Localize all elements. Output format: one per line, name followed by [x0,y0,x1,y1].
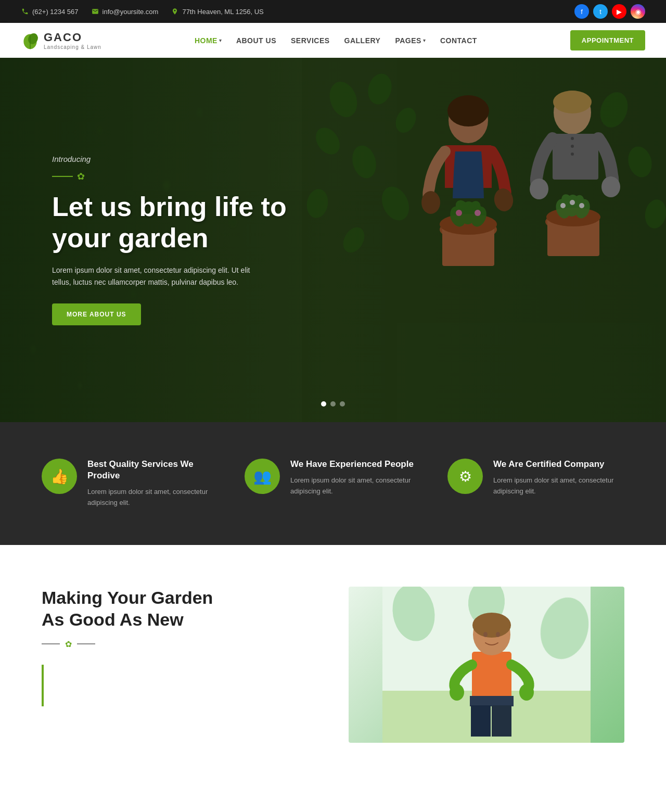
about-accent-bar [42,665,44,706]
feature-icon-wrap-1: 👥 [245,459,280,494]
feature-title-2: We Are Certified Company [493,459,624,470]
nav-item-pages[interactable]: PAGES ▾ [395,36,425,45]
email-icon [91,7,99,16]
logo[interactable]: GACO Landscaping & Lawn [21,31,101,50]
hero-description: Lorem ipsum dolor sit amet, consectetur … [52,264,271,289]
about-grid: Making Your Garden As Good As New ✿ [42,587,624,743]
svg-rect-55 [470,696,514,706]
nav-contact-link[interactable]: CONTACT [440,36,477,45]
hero-dot-2[interactable] [330,401,336,407]
nav-pages-link[interactable]: PAGES [395,36,421,45]
email-address: info@yoursite.com [103,8,159,16]
hero-title-line1: Let us bring life to [52,192,287,222]
about-divider: ✿ [42,639,317,649]
navbar: GACO Landscaping & Lawn HOME ▾ ABOUT US … [0,23,666,58]
svg-rect-54 [472,652,511,699]
about-leaf-icon: ✿ [65,639,72,649]
nav-links: HOME ▾ ABOUT US SERVICES GALLERY PAGES ▾… [195,36,477,45]
nav-home-link[interactable]: HOME [195,36,217,45]
feature-item-1: 👥 We Have Experienced People Lorem ipsum… [245,459,421,509]
nav-item-home[interactable]: HOME ▾ [195,36,222,45]
nav-gallery-link[interactable]: GALLERY [344,36,381,45]
logo-name: GACO [44,31,101,44]
hero-leaf-icon: ✿ [77,171,85,182]
nav-pages-label[interactable]: PAGES ▾ [395,36,425,45]
logo-leaf-icon [21,31,40,50]
nav-services-link[interactable]: SERVICES [291,36,330,45]
nav-about-link[interactable]: ABOUT US [236,36,276,45]
svg-rect-56 [471,705,491,737]
feature-title-0: Best Quality Services We Prodive [87,459,219,481]
feature-icon-wrap-0: 👍 [42,459,77,494]
features-grid: 👍 Best Quality Services We Prodive Lorem… [42,459,624,509]
hero-dot-3[interactable] [340,401,345,407]
hero-dot-1[interactable] [321,401,326,407]
svg-point-58 [450,684,464,701]
address-info: 77th Heaven, ML 1256, US [171,7,263,16]
feature-icon-wrap-2: ⚙ [447,459,483,494]
feature-item-2: ⚙ We Are Certified Company Lorem ipsum d… [447,459,624,509]
svg-point-59 [519,684,534,701]
hero-divider: ✿ [52,171,287,182]
youtube-icon[interactable]: ▶ [612,4,626,19]
feature-desc-2: Lorem ipsum dolor sit amet, consectetur … [493,475,624,497]
top-bar-contact-info: (62+) 1234 567 info@yoursite.com 77th He… [21,7,264,16]
feature-desc-1: Lorem ipsum dolor sit amet, consectetur … [290,475,421,497]
feature-content-2: We Are Certified Company Lorem ipsum dol… [493,459,624,497]
features-section: 👍 Best Quality Services We Prodive Lorem… [0,422,666,545]
feature-content-1: We Have Experienced People Lorem ipsum d… [290,459,421,497]
hero-divider-line-left [52,176,73,177]
logo-text: GACO Landscaping & Lawn [44,31,101,50]
about-divider-line-left [42,643,60,644]
location-icon [171,7,179,16]
physical-address: 77th Heaven, ML 1256, US [182,8,263,16]
phone-number: (62+) 1234 567 [32,8,79,16]
team-icon: 👥 [253,468,272,485]
svg-point-61 [472,613,511,638]
svg-point-62 [483,632,488,637]
nav-home-dropdown-icon: ▾ [219,37,222,43]
about-divider-line-right [77,643,95,644]
certified-icon: ⚙ [459,468,472,485]
about-left-col: Making Your Garden As Good As New ✿ [42,587,317,706]
about-image [349,587,624,743]
svg-point-63 [496,632,500,637]
more-about-us-button[interactable]: MORE ABOUT US [52,303,141,325]
social-links: f t ▶ ◉ [574,4,645,19]
about-right-col [349,587,624,743]
about-section: Making Your Garden As Good As New ✿ [0,545,666,774]
nav-pages-dropdown-icon: ▾ [423,37,426,43]
twitter-icon[interactable]: t [593,4,608,19]
feature-content-0: Best Quality Services We Prodive Lorem i… [87,459,219,509]
about-title: Making Your Garden As Good As New [42,587,317,631]
thumbsup-icon: 👍 [50,468,69,485]
feature-desc-0: Lorem ipsum dolor sit amet, consectetur … [87,487,219,509]
nav-item-gallery[interactable]: GALLERY [344,36,381,45]
nav-item-services[interactable]: SERVICES [291,36,330,45]
logo-tagline: Landscaping & Lawn [44,44,101,50]
hero-intro-text: Introducing [52,155,287,163]
hero-title-line2: your garden [52,223,209,253]
about-title-line1: Making Your Garden [42,588,213,607]
nav-home-label[interactable]: HOME ▾ [195,36,222,45]
gardener-image-svg [349,587,624,743]
nav-item-about[interactable]: ABOUT US [236,36,276,45]
instagram-icon[interactable]: ◉ [631,4,645,19]
facebook-icon[interactable]: f [574,4,589,19]
phone-info: (62+) 1234 567 [21,7,79,16]
phone-icon [21,7,29,16]
appointment-button[interactable]: APPOINTMENT [570,30,645,50]
hero-title: Let us bring life to your garden [52,192,287,254]
feature-item-0: 👍 Best Quality Services We Prodive Lorem… [42,459,219,509]
feature-title-1: We Have Experienced People [290,459,421,470]
svg-rect-57 [492,705,511,737]
about-accent-area [42,659,317,706]
hero-dot-navigation [321,401,345,407]
hero-section: Introducing ✿ Let us bring life to your … [0,58,666,422]
nav-item-contact[interactable]: CONTACT [440,36,477,45]
email-info: info@yoursite.com [91,7,159,16]
hero-content: Introducing ✿ Let us bring life to your … [52,155,287,325]
about-title-line2: As Good As New [42,610,184,629]
top-bar: (62+) 1234 567 info@yoursite.com 77th He… [0,0,666,23]
